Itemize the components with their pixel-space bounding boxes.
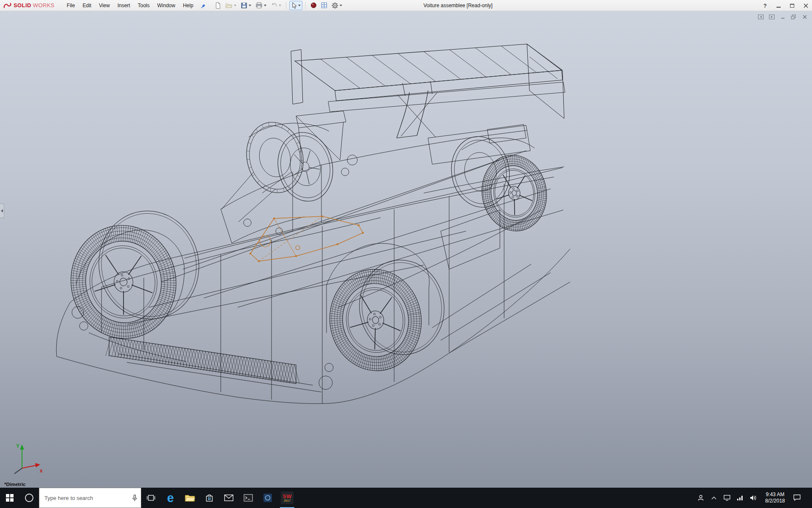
solidworks-icon: SW 2017 <box>281 491 294 504</box>
task-view-button[interactable] <box>141 488 161 508</box>
toolbar-separator <box>286 2 286 9</box>
clock-time: 9:43 AM <box>766 491 785 498</box>
store-button[interactable] <box>200 488 219 508</box>
document-window-controls <box>757 14 808 19</box>
save-button[interactable] <box>239 1 253 10</box>
toolbar-separator <box>305 2 306 9</box>
select-tool-button[interactable] <box>289 1 302 10</box>
tray-expand-button[interactable] <box>710 488 718 508</box>
file-explorer-button[interactable] <box>180 488 200 508</box>
table-grid-icon <box>321 2 327 8</box>
minimize-icon <box>780 14 785 19</box>
display-tray-button[interactable] <box>723 488 731 508</box>
panel-right-icon <box>769 14 775 19</box>
people-button[interactable] <box>697 488 705 508</box>
edge-button[interactable]: e <box>161 488 180 508</box>
window-title: Voiture assemblee [Read-only] <box>423 0 492 11</box>
network-icon <box>737 495 743 500</box>
app-button[interactable] <box>258 488 277 508</box>
taskbar-clock[interactable]: 9:43 AM 8/2/2018 <box>763 491 787 504</box>
clock-date: 8/2/2018 <box>765 498 785 504</box>
action-center-button[interactable] <box>793 488 801 508</box>
people-icon <box>697 494 704 501</box>
pin-icon <box>200 3 206 8</box>
app-icon <box>263 493 272 502</box>
undo-arrow-icon <box>271 3 277 8</box>
maximize-button[interactable] <box>788 2 796 9</box>
close-button[interactable] <box>802 2 809 9</box>
open-folder-icon <box>225 2 233 8</box>
chevron-down-icon <box>249 5 251 6</box>
menu-bar: SOLIDWORKS File Edit View Insert Tools W… <box>0 0 812 11</box>
chevron-down-icon <box>264 5 266 6</box>
menu-help[interactable]: Help <box>179 1 197 10</box>
minimize-button[interactable] <box>775 2 782 9</box>
chevron-down-icon <box>234 5 236 6</box>
chevron-up-icon <box>711 496 716 500</box>
volume-tray-button[interactable] <box>749 488 757 508</box>
edge-icon: e <box>167 492 174 504</box>
gear-icon <box>332 2 338 9</box>
doc-restore-button[interactable] <box>790 14 797 19</box>
appearance-button[interactable] <box>309 1 318 10</box>
menu-tools[interactable]: Tools <box>134 1 154 10</box>
window-controls: ? <box>761 0 809 11</box>
open-document-button[interactable] <box>224 1 238 10</box>
menu-view[interactable]: View <box>95 1 114 10</box>
store-bag-icon <box>205 494 214 502</box>
quick-toolbar <box>213 1 344 10</box>
x-axis-label: x <box>40 468 43 474</box>
menu-file[interactable]: File <box>63 1 79 10</box>
chevron-left-icon <box>1 209 3 213</box>
solidworks-taskbar-button[interactable]: SW 2017 <box>277 488 297 508</box>
panel-expand-tab[interactable] <box>0 204 4 218</box>
close-icon <box>802 14 807 19</box>
dock-left-button[interactable] <box>757 14 764 19</box>
print-button[interactable] <box>254 1 268 10</box>
design-table-button[interactable] <box>319 1 329 10</box>
start-button[interactable] <box>0 488 19 508</box>
car-wireframe-model <box>0 11 812 488</box>
y-axis-label: Y <box>16 443 19 449</box>
mail-button[interactable] <box>219 488 239 508</box>
options-button[interactable] <box>330 1 344 10</box>
pin-menu-button[interactable] <box>200 3 206 8</box>
printer-icon <box>255 2 263 8</box>
menu-insert[interactable]: Insert <box>114 1 134 10</box>
menu-edit[interactable]: Edit <box>79 1 95 10</box>
red-sphere-icon <box>310 2 317 8</box>
action-center-icon <box>793 494 801 501</box>
cortana-button[interactable] <box>19 488 39 508</box>
restore-icon <box>791 14 796 19</box>
search-box <box>39 488 141 508</box>
network-tray-button[interactable] <box>736 488 744 508</box>
panel-left-icon <box>758 14 764 19</box>
doc-minimize-button[interactable] <box>779 14 786 19</box>
help-button[interactable]: ? <box>761 2 769 9</box>
maximize-icon <box>790 4 794 8</box>
windows-logo-icon <box>6 494 14 502</box>
system-tray: 9:43 AM 8/2/2018 <box>697 488 812 508</box>
chevron-down-icon <box>340 5 342 6</box>
search-input[interactable] <box>39 495 128 501</box>
display-icon <box>724 495 730 501</box>
graphics-viewport[interactable]: Y x *Dimetric <box>0 11 812 488</box>
doc-close-button[interactable] <box>801 14 808 19</box>
chevron-down-icon <box>279 5 281 6</box>
volume-icon <box>750 495 757 501</box>
close-icon <box>804 3 808 8</box>
new-document-icon <box>215 2 221 9</box>
taskbar-spacer <box>297 488 697 508</box>
taskbar-search <box>39 488 141 508</box>
select-cursor-icon <box>291 2 297 9</box>
mic-button[interactable] <box>128 494 141 502</box>
menu-window[interactable]: Window <box>154 1 179 10</box>
console-button[interactable] <box>239 488 258 508</box>
save-floppy-icon <box>241 2 247 9</box>
minimize-icon <box>776 3 781 8</box>
new-document-button[interactable] <box>213 1 223 10</box>
windows-taskbar: e <box>0 488 812 508</box>
mail-envelope-icon <box>224 494 233 501</box>
undo-button[interactable] <box>269 1 283 10</box>
dock-right-button[interactable] <box>768 14 775 19</box>
